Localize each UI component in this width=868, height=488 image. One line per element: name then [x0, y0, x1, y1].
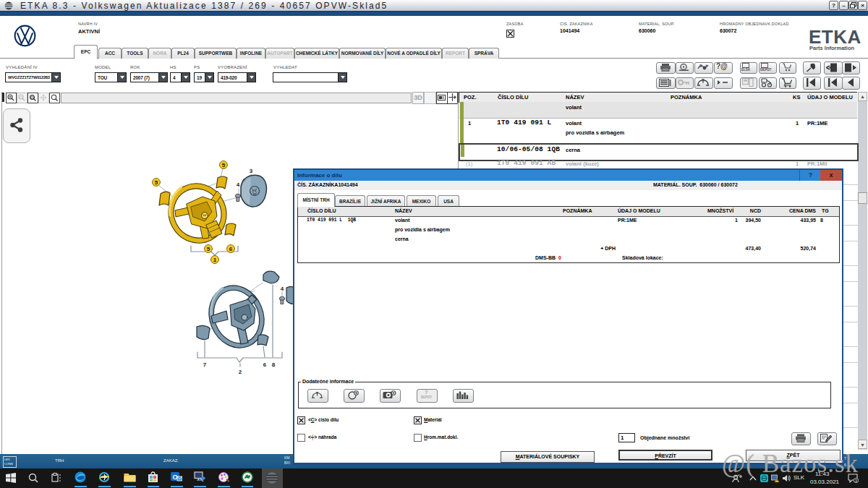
- svg-text:2: 2: [239, 369, 242, 375]
- svg-text:8: 8: [272, 361, 276, 368]
- svg-text:4: 4: [237, 181, 240, 188]
- svg-text:7: 7: [203, 361, 207, 368]
- svg-text:6: 6: [229, 246, 233, 252]
- svg-text:5: 5: [155, 179, 158, 186]
- svg-text:3: 3: [250, 168, 253, 174]
- svg-text:1: 1: [213, 257, 217, 263]
- svg-text:5: 5: [222, 162, 226, 168]
- svg-text:O: O: [172, 474, 177, 481]
- svg-text:5: 5: [207, 246, 210, 252]
- svg-text:4: 4: [281, 286, 284, 292]
- svg-text:6: 6: [263, 361, 267, 368]
